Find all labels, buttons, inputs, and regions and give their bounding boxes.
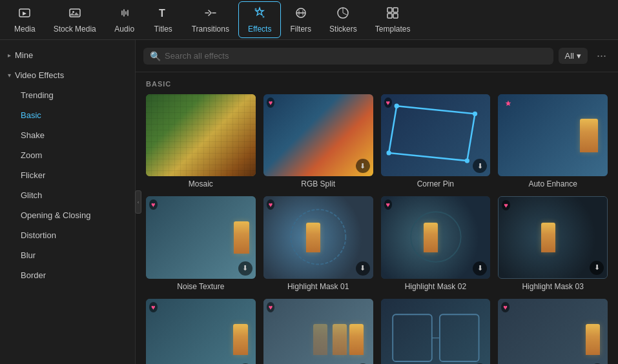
effect-card-smart-color[interactable]: ♥ ⬇ Smart Color: [146, 299, 256, 364]
stock-media-icon: [68, 6, 82, 22]
heart-icon-afterimage: ♥: [267, 302, 275, 312]
effect-thumb-old-camera-lenses: ⬇: [381, 299, 491, 364]
effect-card-rgb-split[interactable]: ♥ ⬇ RGB Split: [263, 94, 373, 188]
sidebar-wrapper: ▸ Mine ▾ Video Effects Trending Basic Sh…: [0, 40, 136, 364]
heart-icon-focuszoom: ♥: [501, 302, 510, 312]
effects-grid-section: BASIC Mosaic ♥ ⬇: [136, 72, 618, 364]
audio-icon: [118, 6, 132, 22]
toolbar-stickers-label: Stickers: [329, 25, 357, 34]
toolbar-audio[interactable]: Audio: [105, 2, 144, 37]
more-options-button[interactable]: ···: [593, 46, 610, 65]
svg-rect-11: [387, 14, 392, 18]
sidebar-group-mine[interactable]: ▸ Mine: [0, 45, 135, 65]
toolbar-filters-label: Filters: [290, 25, 311, 34]
toolbar-effects-label: Effects: [248, 25, 271, 34]
effects-grid: Mosaic ♥ ⬇ RGB Split: [146, 94, 608, 364]
toolbar-templates[interactable]: Templates: [366, 2, 420, 37]
filter-dropdown-button[interactable]: All ▾: [559, 48, 588, 64]
chevron-down-icon: ▾: [577, 51, 581, 61]
toolbar-media-label: Media: [14, 25, 36, 34]
effect-name-highlight-mask-01: Highlight Mask 01: [263, 282, 373, 291]
effect-card-mosaic[interactable]: Mosaic: [146, 94, 256, 188]
effect-card-highlight-mask-03[interactable]: ♥ ⬇ Highlight Mask 03: [498, 196, 608, 290]
effect-name-auto-enhance: Auto Enhance: [498, 179, 608, 188]
sidebar-item-opening-closing[interactable]: Opening & Closing: [0, 205, 135, 225]
main-layout: ▸ Mine ▾ Video Effects Trending Basic Sh…: [0, 40, 618, 364]
search-icon: 🔍: [150, 51, 161, 61]
effect-card-afterimage[interactable]: ♥ ⬇ Afterimage: [263, 299, 373, 364]
sidebar-group-mine-label: Mine: [15, 50, 33, 60]
media-icon: [17, 6, 32, 22]
sidebar-item-shake[interactable]: Shake: [0, 125, 135, 145]
svg-rect-20: [393, 314, 432, 361]
effect-card-auto-enhance[interactable]: Auto Enhance: [498, 94, 608, 188]
search-input-wrap[interactable]: 🔍: [143, 48, 553, 65]
filters-icon: [294, 6, 308, 22]
search-bar: 🔍 All ▾ ···: [136, 40, 618, 72]
toolbar-stock-media-label: Stock Media: [54, 25, 96, 34]
effect-card-corner-pin[interactable]: ♥ ⬇ Corner Pin: [381, 94, 491, 188]
toolbar-filters[interactable]: Filters: [281, 2, 320, 37]
effect-card-old-camera-lenses[interactable]: ⬇ Old Camera Lenses: [381, 299, 491, 364]
section-label: BASIC: [146, 80, 608, 88]
effect-card-highlight-mask-02[interactable]: ♥ ⬇ Highlight Mask 02: [381, 196, 491, 290]
svg-point-3: [72, 11, 74, 13]
effect-thumb-mosaic: [146, 94, 256, 176]
effect-name-mosaic: Mosaic: [146, 179, 256, 188]
effect-thumb-corner-pin: ♥ ⬇: [381, 94, 491, 176]
toolbar-templates-label: Templates: [375, 25, 411, 34]
heart-icon-noise: ♥: [149, 199, 158, 210]
svg-point-14: [394, 104, 398, 108]
download-icon-noise[interactable]: ⬇: [238, 261, 252, 276]
effect-thumb-highlight-mask-03: ♥ ⬇: [498, 196, 608, 278]
sidebar-item-basic[interactable]: Basic: [0, 105, 135, 125]
effect-card-noise-texture[interactable]: ♥ ⬇ Noise Texture: [146, 196, 256, 290]
toolbar-transitions[interactable]: Transitions: [183, 2, 238, 37]
video-effects-expand-icon: ▾: [8, 72, 11, 79]
download-icon-hl02[interactable]: ⬇: [473, 261, 487, 276]
toolbar-titles[interactable]: T Titles: [144, 2, 183, 37]
sidebar-item-trending[interactable]: Trending: [0, 85, 135, 105]
effect-name-corner-pin: Corner Pin: [381, 179, 491, 188]
sidebar: ▸ Mine ▾ Video Effects Trending Basic Sh…: [0, 40, 136, 364]
toolbar-audio-label: Audio: [114, 25, 134, 34]
download-icon-hl03[interactable]: ⬇: [590, 261, 604, 275]
effect-thumb-focus-zoom-camera: ♥ ⬇: [498, 299, 608, 364]
download-icon-rgb[interactable]: ⬇: [356, 159, 370, 173]
content-area: 🔍 All ▾ ··· BASIC Mosaic: [136, 40, 618, 364]
effect-name-rgb-split: RGB Split: [263, 179, 373, 188]
heart-icon-cornerpin: ♥: [384, 97, 393, 108]
effect-card-highlight-mask-01[interactable]: ♥ ⬇ Highlight Mask 01: [263, 196, 373, 290]
effect-name-highlight-mask-03: Highlight Mask 03: [498, 282, 608, 291]
svg-point-6: [263, 16, 265, 18]
effect-card-focus-zoom-camera[interactable]: ♥ ⬇ Focus Zoom Camera: [498, 299, 608, 364]
effect-thumb-noise-texture: ♥ ⬇: [146, 196, 256, 278]
sidebar-item-border[interactable]: Border: [0, 265, 135, 285]
filter-label: All: [565, 51, 574, 61]
sidebar-collapse-button[interactable]: ‹: [135, 190, 141, 214]
sidebar-item-glitch[interactable]: Glitch: [0, 185, 135, 205]
sidebar-item-zoom[interactable]: Zoom: [0, 145, 135, 165]
svg-rect-21: [439, 314, 479, 361]
effect-thumb-rgb-split: ♥ ⬇: [263, 94, 373, 176]
toolbar-effects[interactable]: Effects: [238, 1, 281, 38]
download-icon-hl01[interactable]: ⬇: [356, 261, 370, 276]
sidebar-item-flicker[interactable]: Flicker: [0, 165, 135, 185]
effect-thumb-afterimage: ♥ ⬇: [263, 299, 373, 364]
search-input[interactable]: [165, 51, 547, 61]
sidebar-item-distortion[interactable]: Distortion: [0, 225, 135, 245]
sidebar-group-video-effects[interactable]: ▾ Video Effects: [0, 65, 135, 85]
more-icon: ···: [597, 49, 606, 62]
toolbar-stock-media[interactable]: Stock Media: [45, 2, 105, 37]
sidebar-item-blur[interactable]: Blur: [0, 245, 135, 265]
effect-name-highlight-mask-02: Highlight Mask 02: [381, 282, 491, 291]
toolbar-titles-label: Titles: [154, 25, 172, 34]
effect-thumb-auto-enhance: [498, 94, 608, 176]
effect-thumb-highlight-mask-02: ♥ ⬇: [381, 196, 491, 278]
effect-thumb-smart-color: ♥ ⬇: [146, 299, 256, 364]
svg-rect-9: [387, 8, 392, 12]
toolbar-stickers[interactable]: Stickers: [320, 2, 366, 37]
transitions-icon: [203, 6, 218, 22]
effects-icon: [252, 6, 267, 22]
toolbar-media[interactable]: Media: [5, 2, 45, 37]
